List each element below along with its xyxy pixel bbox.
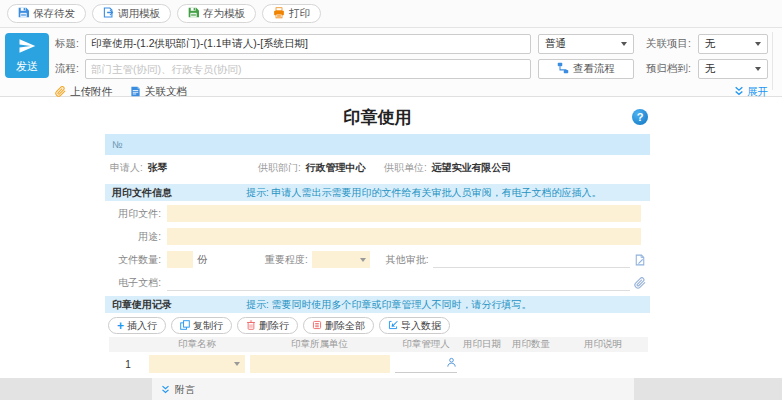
- plus-icon: +: [117, 320, 124, 332]
- postscript-label: 附言: [175, 383, 195, 397]
- prearchive-label: 预归档到:: [646, 62, 691, 76]
- doc-section-hint: 提示: 申请人需出示需要用印的文件给有关审批人员审阅，有电子文档的应插入。: [246, 186, 602, 200]
- person-picker-icon[interactable]: [446, 357, 457, 370]
- edoc-paperclip-icon[interactable]: [634, 277, 646, 289]
- related-project-select[interactable]: 无: [698, 34, 768, 54]
- record-toolbar: + 插入行 复制行 删除行 删除全部: [108, 317, 650, 334]
- applicant-field: 申请人: 张琴: [110, 161, 258, 175]
- file-count-label: 文件数量:: [105, 253, 167, 267]
- paperclip-icon: [55, 86, 66, 99]
- insert-row-label: 插入行: [127, 319, 157, 333]
- toolbar: 保存待发 调用模板 存为模板 打印: [0, 0, 782, 28]
- title-input[interactable]: [85, 34, 531, 54]
- seal-unit-input[interactable]: [250, 355, 390, 373]
- count-importance-row: 文件数量: 份 重要程度: 其他审批:: [105, 249, 650, 270]
- double-chevron-down-icon: [734, 86, 744, 98]
- copy-row-button[interactable]: 复制行: [171, 317, 232, 334]
- help-icon[interactable]: ?: [632, 109, 648, 125]
- expand-label: 展开: [747, 85, 768, 99]
- col-seal-note: 用印说明: [558, 338, 648, 351]
- serial-number-bar: №: [105, 134, 650, 155]
- file-count-input[interactable]: [167, 251, 193, 268]
- flow-chart-icon: [557, 62, 569, 76]
- related-project-label: 关联项目:: [646, 37, 691, 51]
- import-icon: [388, 320, 398, 332]
- form-area: 印章使用 ? № 申请人: 张琴 供职部门: 行政管理中心 供职单位: 远望实业…: [0, 104, 782, 378]
- save-as-template-label: 存为模板: [203, 7, 245, 21]
- department-label: 供职部门:: [258, 162, 301, 173]
- purpose-label: 用途:: [105, 230, 167, 244]
- applicant-label: 申请人:: [110, 162, 143, 173]
- purpose-input[interactable]: [167, 228, 641, 245]
- send-button[interactable]: 发送: [5, 33, 49, 78]
- priority-select[interactable]: 普通: [538, 34, 634, 54]
- attachment-row: 上传附件 关联文档 展开: [55, 83, 782, 101]
- department-field: 供职部门: 行政管理中心: [258, 161, 384, 175]
- load-template-icon: [103, 7, 114, 20]
- flow-input[interactable]: [85, 59, 531, 79]
- paper-plane-icon: [18, 37, 36, 57]
- seal-file-row: 用印文件:: [105, 203, 650, 224]
- priority-value: 普通: [545, 37, 566, 51]
- save-pending-button[interactable]: 保存待发: [7, 4, 86, 23]
- load-template-label: 调用模板: [118, 7, 160, 21]
- trash-all-icon: [312, 320, 322, 332]
- view-flow-button[interactable]: 查看流程: [538, 59, 634, 79]
- footer-strip: 附言: [0, 378, 782, 400]
- save-pending-label: 保存待发: [33, 7, 75, 21]
- insert-row-button[interactable]: + 插入行: [108, 317, 166, 334]
- doc-section-header: 用印文件信息 提示: 申请人需出示需要用印的文件给有关审批人员审阅，有电子文档的…: [105, 184, 650, 201]
- load-template-button[interactable]: 调用模板: [92, 4, 171, 23]
- company-label: 供职单位:: [384, 162, 427, 173]
- upload-attachment-link[interactable]: 上传附件: [55, 85, 112, 99]
- form-title-row: 印章使用 ?: [105, 104, 650, 132]
- importance-select[interactable]: [312, 251, 370, 268]
- delete-row-label: 删除行: [259, 319, 289, 333]
- edoc-row: 电子文档:: [105, 272, 650, 293]
- related-project-value: 无: [705, 37, 716, 51]
- print-button[interactable]: 打印: [262, 4, 321, 23]
- related-doc-link[interactable]: 关联文档: [130, 85, 187, 99]
- save-as-template-icon: [188, 7, 199, 20]
- title-row: 标题: 普通 关联项目: 无: [55, 33, 782, 54]
- company-field: 供职单位: 远望实业有限公司: [384, 161, 650, 175]
- delete-row-button[interactable]: 删除行: [237, 317, 298, 334]
- purpose-row: 用途:: [105, 226, 650, 247]
- document-icon: [130, 86, 141, 99]
- double-chevron-down-icon: [161, 385, 170, 396]
- department-value: 行政管理中心: [306, 162, 366, 173]
- import-data-button[interactable]: 导入数据: [379, 317, 450, 334]
- doc-section-title: 用印文件信息: [105, 186, 246, 200]
- print-label: 打印: [289, 7, 310, 21]
- other-approval-input[interactable]: [433, 252, 630, 268]
- seal-manager-input[interactable]: [395, 356, 457, 373]
- applicant-value: 张琴: [148, 162, 168, 173]
- postscript-toggle[interactable]: 附言: [152, 378, 634, 400]
- expand-link[interactable]: 展开: [734, 85, 768, 99]
- copy-icon: [180, 320, 190, 332]
- related-doc-label: 关联文档: [145, 85, 187, 99]
- copy-row-label: 复制行: [193, 319, 223, 333]
- prearchive-select[interactable]: 无: [698, 59, 768, 79]
- flow-row: 流程: 查看流程 预归档到: 无: [55, 58, 782, 79]
- save-as-template-button[interactable]: 存为模板: [177, 4, 256, 23]
- upload-attachment-label: 上传附件: [70, 85, 112, 99]
- chevron-down-icon: [755, 67, 761, 71]
- record-table-header: 印章名称 印章所属单位 印章管理人 用印日期 用印数量 用印说明: [109, 337, 648, 352]
- edoc-input[interactable]: [167, 275, 630, 291]
- importance-label: 重要程度:: [265, 253, 308, 267]
- seal-name-select[interactable]: [149, 355, 245, 373]
- col-seal-date: 用印日期: [460, 338, 504, 351]
- trash-icon: [246, 320, 256, 332]
- flow-label: 流程:: [55, 62, 85, 76]
- select-document-icon[interactable]: [634, 254, 646, 266]
- header-panel: 发送 标题: 普通 关联项目: 无 流程: 查看流程: [0, 28, 782, 97]
- col-seal-name: 印章名称: [147, 338, 247, 351]
- chevron-down-icon: [621, 42, 627, 46]
- seal-file-label: 用印文件:: [105, 207, 167, 221]
- record-section-header: 印章使用记录 提示: 需要同时使用多个印章或印章管理人不同时，请分行填写。: [105, 296, 650, 313]
- delete-all-button[interactable]: 删除全部: [303, 317, 374, 334]
- prearchive-value: 无: [705, 62, 716, 76]
- print-icon: [273, 7, 285, 21]
- seal-file-input[interactable]: [167, 205, 641, 222]
